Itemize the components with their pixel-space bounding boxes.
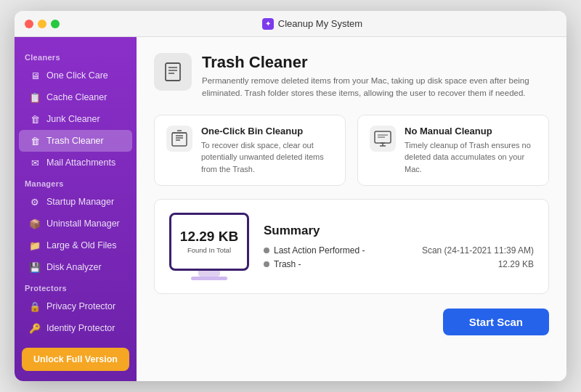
dot-last-action (264, 248, 269, 253)
feature2-title: No Manual Cleanup (405, 126, 537, 136)
app-icon: ✦ (262, 18, 274, 30)
monitor-stand (198, 271, 220, 277)
sidebar-item-privacy-protector[interactable]: 🔒 Privacy Protector (19, 295, 132, 317)
identity-protector-icon: 🔑 (29, 322, 41, 334)
app-window: ✦ Cleanup My System Cleaners 🖥 One Click… (15, 11, 566, 381)
bottom-bar: Start Scan (154, 306, 549, 335)
trash-key: Trash - (274, 259, 301, 269)
page-description: Permanently remove deleted items from yo… (202, 75, 549, 100)
summary-value: 12.29 KB (180, 229, 238, 245)
cache-cleaner-icon: 📋 (29, 91, 41, 103)
sidebar-item-cache-cleaner[interactable]: 📋 Cache Cleaner (19, 86, 132, 108)
titlebar-title: ✦ Cleanup My System (68, 18, 556, 30)
monitor-base (191, 277, 227, 280)
page-header: Trash Cleaner Permanently remove deleted… (154, 53, 549, 100)
startup-manager-icon: ⚙ (29, 196, 41, 208)
last-action-value: Scan (24-11-2021 11:39 AM) (422, 245, 534, 256)
protectors-section-label: Protectors (15, 278, 137, 295)
junk-cleaner-icon: 🗑 (29, 113, 41, 125)
sidebar-item-uninstall-manager[interactable]: 📦 Uninstall Manager (19, 213, 132, 234)
feature2-desc: Timely cleanup of Trash ensures no delet… (405, 139, 537, 176)
unlock-full-version-button[interactable]: Unlock Full Version (22, 348, 129, 371)
trash-cleaner-icon: 🗑 (29, 135, 41, 147)
traffic-lights (25, 20, 60, 28)
uninstall-manager-icon: 📦 (29, 218, 41, 229)
sidebar-item-junk-cleaner[interactable]: 🗑 Junk Cleaner (19, 108, 132, 130)
managers-section-label: Managers (15, 173, 137, 191)
page-header-icon (154, 53, 192, 91)
sidebar-item-trash-cleaner[interactable]: 🗑 Trash Cleaner (19, 130, 132, 152)
sidebar-item-disk-analyzer[interactable]: 💾 Disk Analyzer (19, 256, 132, 278)
summary-card: 12.29 KB Found In Total Summary Last Act… (154, 199, 549, 294)
feature-card-bin-cleanup: One-Click Bin Cleanup To recover disk sp… (154, 115, 346, 187)
summary-row-last-action: Last Action Performed - Scan (24-11-2021… (264, 245, 534, 256)
privacy-protector-icon: 🔒 (29, 301, 41, 312)
summary-found-label: Found In Total (187, 246, 231, 254)
feature-card-bin-cleanup-text: One-Click Bin Cleanup To recover disk sp… (201, 126, 333, 176)
summary-row-trash: Trash - 12.29 KB (264, 259, 534, 269)
no-manual-icon (370, 126, 396, 152)
sidebar-bottom: Unlock Full Version (15, 348, 137, 371)
sidebar: Cleaners 🖥 One Click Care 📋 Cache Cleane… (15, 37, 137, 381)
content-area: Trash Cleaner Permanently remove deleted… (137, 37, 566, 381)
dot-trash (264, 261, 269, 267)
main-layout: Cleaners 🖥 One Click Care 📋 Cache Cleane… (15, 37, 566, 381)
page-header-text: Trash Cleaner Permanently remove deleted… (202, 53, 549, 100)
one-click-care-icon: 🖥 (29, 70, 41, 81)
start-scan-button[interactable]: Start Scan (443, 309, 549, 335)
page-title: Trash Cleaner (202, 53, 549, 72)
feature-row: One-Click Bin Cleanup To recover disk sp… (154, 115, 549, 187)
bin-cleanup-icon (166, 126, 192, 152)
summary-visual: 12.29 KB Found In Total (169, 213, 249, 280)
minimize-button[interactable] (38, 20, 46, 28)
close-button[interactable] (25, 20, 33, 28)
large-old-files-icon: 📁 (29, 240, 41, 251)
sidebar-item-identity-protector[interactable]: 🔑 Identity Protector (19, 317, 132, 339)
feature-card-no-manual: No Manual Cleanup Timely cleanup of Tras… (357, 115, 549, 187)
sidebar-item-startup-manager[interactable]: ⚙ Startup Manager (19, 191, 132, 213)
summary-rows: Last Action Performed - Scan (24-11-2021… (264, 245, 534, 269)
sidebar-item-one-click-care[interactable]: 🖥 One Click Care (19, 65, 132, 86)
feature1-title: One-Click Bin Cleanup (201, 126, 333, 136)
sidebar-item-mail-attachments[interactable]: ✉ Mail Attachments (19, 152, 132, 173)
disk-analyzer-icon: 💾 (29, 261, 41, 273)
feature-card-no-manual-text: No Manual Cleanup Timely cleanup of Tras… (405, 126, 537, 176)
last-action-key: Last Action Performed - (274, 245, 365, 256)
mail-attachments-icon: ✉ (29, 157, 41, 168)
summary-text: Summary Last Action Performed - Scan (24… (264, 224, 534, 269)
svg-rect-0 (166, 63, 180, 81)
trash-value: 12.29 KB (498, 259, 534, 269)
sidebar-item-large-old-files[interactable]: 📁 Large & Old Files (19, 234, 132, 256)
monitor-display: 12.29 KB Found In Total (169, 213, 249, 271)
summary-title: Summary (264, 224, 534, 238)
feature1-desc: To recover disk space, clear out potenti… (201, 139, 333, 176)
cleaners-section-label: Cleaners (15, 47, 137, 65)
maximize-button[interactable] (51, 20, 60, 28)
titlebar: ✦ Cleanup My System (15, 11, 566, 37)
svg-rect-4 (172, 133, 187, 146)
